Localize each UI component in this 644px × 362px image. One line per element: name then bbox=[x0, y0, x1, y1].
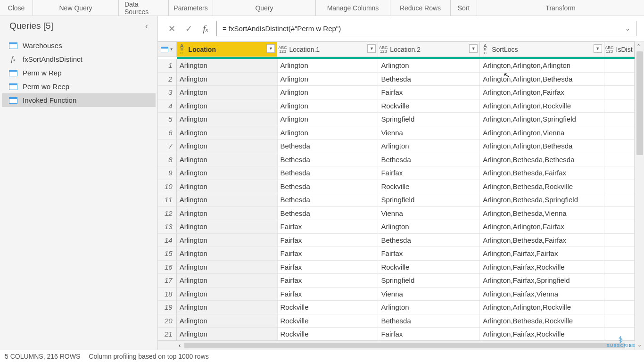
table-row[interactable]: 12ArlingtonBethesdaViennaArlington,Bethe… bbox=[158, 207, 635, 221]
cell[interactable]: Springfield bbox=[378, 113, 480, 126]
row-number[interactable]: 17 bbox=[158, 274, 177, 287]
cell[interactable]: Rockville bbox=[278, 301, 379, 314]
ribbon-query[interactable]: Query bbox=[213, 0, 316, 16]
ribbon-close[interactable]: Close bbox=[0, 0, 33, 16]
cell[interactable]: Arlington bbox=[177, 153, 278, 166]
scroll-up-icon[interactable]: ⌃ bbox=[636, 43, 643, 49]
row-number[interactable]: 16 bbox=[158, 261, 177, 274]
formula-input[interactable]: = fxSortAndIsDistinct(#"Perm w Rep") ⌄ bbox=[216, 21, 636, 36]
cell[interactable]: Arlington,Arlington,Fairfax bbox=[480, 220, 604, 233]
table-row[interactable]: 18ArlingtonFairfaxViennaArlington,Fairfa… bbox=[158, 288, 635, 301]
cell[interactable]: Fairfax bbox=[278, 247, 379, 260]
row-number[interactable]: 12 bbox=[158, 207, 177, 220]
cell[interactable]: Arlington,Arlington,Bethesda bbox=[480, 73, 604, 86]
cell[interactable]: Arlington,Bethesda,Vienna bbox=[480, 207, 604, 220]
vertical-scrollbar[interactable]: ⌃ ⌄ bbox=[635, 41, 644, 350]
ribbon-manage-columns[interactable]: Manage Columns bbox=[316, 0, 390, 16]
row-number[interactable]: 2 bbox=[158, 73, 177, 86]
table-row[interactable]: 7ArlingtonBethesdaArlingtonArlington,Arl… bbox=[158, 140, 635, 153]
cell[interactable]: Arlington,Bethesda,Springfield bbox=[480, 193, 604, 206]
row-number[interactable]: 5 bbox=[158, 113, 177, 126]
table-row[interactable]: 9ArlingtonBethesdaFairfaxArlington,Bethe… bbox=[158, 166, 635, 180]
cell[interactable]: Fairfax bbox=[378, 86, 480, 99]
cell[interactable]: Rockville bbox=[378, 99, 480, 113]
cell[interactable] bbox=[604, 193, 635, 206]
cell[interactable]: Arlington,Bethesda,Fairfax bbox=[480, 166, 604, 180]
cell[interactable]: Springfield bbox=[378, 193, 480, 206]
cell[interactable] bbox=[604, 180, 635, 193]
cell[interactable]: Arlington bbox=[177, 234, 278, 247]
cell[interactable]: Arlington bbox=[177, 288, 278, 301]
expand-formula-icon[interactable]: ⌄ bbox=[625, 25, 630, 32]
row-number[interactable]: 8 bbox=[158, 153, 177, 166]
cell[interactable]: Arlington bbox=[177, 207, 278, 220]
select-all-corner[interactable]: ▼ bbox=[158, 42, 177, 57]
cell[interactable]: Rockville bbox=[278, 328, 379, 340]
cell[interactable]: Bethesda bbox=[278, 166, 379, 180]
cell[interactable]: Rockville bbox=[278, 314, 379, 328]
table-row[interactable]: 15ArlingtonFairfaxFairfaxArlington,Fairf… bbox=[158, 247, 635, 261]
table-row[interactable]: 4ArlingtonArlingtonRockvilleArlington,Ar… bbox=[158, 99, 635, 113]
query-item[interactable]: Perm wo Reep bbox=[2, 80, 156, 93]
cell[interactable]: Fairfax bbox=[278, 261, 379, 274]
cell[interactable]: Bethesda bbox=[378, 153, 480, 166]
filter-dropdown-icon[interactable]: ▼ bbox=[469, 44, 478, 53]
cell[interactable] bbox=[604, 301, 635, 314]
table-row[interactable]: 14ArlingtonFairfaxBethesdaArlington,Beth… bbox=[158, 234, 635, 247]
cell[interactable]: Arlington bbox=[177, 73, 278, 86]
cell[interactable]: Arlington,Arlington,Fairfax bbox=[480, 86, 604, 99]
cell[interactable] bbox=[604, 126, 635, 140]
collapse-pane-icon[interactable]: ‹ bbox=[145, 21, 148, 31]
cell[interactable]: Arlington,Arlington,Springfield bbox=[480, 113, 604, 126]
cell[interactable] bbox=[604, 207, 635, 220]
ribbon-reduce-rows[interactable]: Reduce Rows bbox=[390, 0, 451, 16]
cell[interactable]: Arlington bbox=[177, 86, 278, 99]
cell[interactable]: Arlington bbox=[378, 220, 480, 233]
row-number[interactable]: 21 bbox=[158, 328, 177, 340]
table-row[interactable]: 10ArlingtonBethesdaRockvilleArlington,Be… bbox=[158, 180, 635, 194]
cell[interactable] bbox=[604, 314, 635, 328]
row-number[interactable]: 20 bbox=[158, 314, 177, 328]
table-row[interactable]: 6ArlingtonArlingtonViennaArlington,Arlin… bbox=[158, 126, 635, 140]
table-row[interactable]: 2ArlingtonArlingtonBethesdaArlington,Arl… bbox=[158, 73, 635, 86]
cell[interactable]: Bethesda bbox=[278, 140, 379, 153]
cell[interactable]: Arlington bbox=[378, 59, 480, 72]
cell[interactable] bbox=[604, 274, 635, 287]
cell[interactable]: Arlington,Bethesda,Bethesda bbox=[480, 153, 604, 166]
table-row[interactable]: 1ArlingtonArlingtonArlingtonArlington,Ar… bbox=[158, 59, 635, 73]
cell[interactable]: Fairfax bbox=[278, 220, 379, 233]
cell[interactable]: Arlington,Fairfax,Rockville bbox=[480, 328, 604, 340]
table-row[interactable]: 19ArlingtonRockvilleArlingtonArlington,A… bbox=[158, 301, 635, 314]
cell[interactable] bbox=[604, 220, 635, 233]
cell[interactable]: Springfield bbox=[378, 274, 480, 287]
row-number[interactable]: 6 bbox=[158, 126, 177, 140]
cell[interactable]: Vienna bbox=[378, 207, 480, 220]
cell[interactable] bbox=[604, 166, 635, 180]
horizontal-scrollbar[interactable]: ‹ › bbox=[158, 340, 635, 350]
cell[interactable] bbox=[604, 261, 635, 274]
cell[interactable] bbox=[604, 113, 635, 126]
cell[interactable]: Bethesda bbox=[278, 193, 379, 206]
cell[interactable]: Arlington bbox=[177, 180, 278, 193]
cell[interactable]: Arlington bbox=[177, 328, 278, 340]
column-header-sortlocs[interactable]: ABC SortLocs ▼ bbox=[480, 42, 604, 57]
table-row[interactable]: 8ArlingtonBethesdaBethesdaArlington,Beth… bbox=[158, 153, 635, 167]
row-number[interactable]: 9 bbox=[158, 166, 177, 180]
filter-dropdown-icon[interactable]: ▼ bbox=[594, 44, 602, 53]
cell[interactable]: Arlington bbox=[278, 113, 379, 126]
fx-icon[interactable]: fx bbox=[199, 24, 212, 34]
table-row[interactable]: 17ArlingtonFairfaxSpringfieldArlington,F… bbox=[158, 274, 635, 288]
filter-dropdown-icon[interactable]: ▼ bbox=[266, 44, 275, 53]
cell[interactable] bbox=[604, 288, 635, 301]
cell[interactable]: Arlington,Bethesda,Rockville bbox=[480, 180, 604, 193]
cell[interactable]: Arlington,Bethesda,Rockville bbox=[480, 314, 604, 328]
table-row[interactable]: 21ArlingtonRockvilleFairfaxArlington,Fai… bbox=[158, 328, 635, 340]
ribbon-sort[interactable]: Sort bbox=[451, 0, 477, 16]
cell[interactable]: Fairfax bbox=[278, 274, 379, 287]
cell[interactable]: Arlington bbox=[378, 301, 480, 314]
row-number[interactable]: 7 bbox=[158, 140, 177, 153]
cell[interactable]: Arlington bbox=[177, 301, 278, 314]
cell[interactable]: Vienna bbox=[378, 288, 480, 301]
cell[interactable] bbox=[604, 73, 635, 86]
cell[interactable]: Arlington bbox=[378, 140, 480, 153]
